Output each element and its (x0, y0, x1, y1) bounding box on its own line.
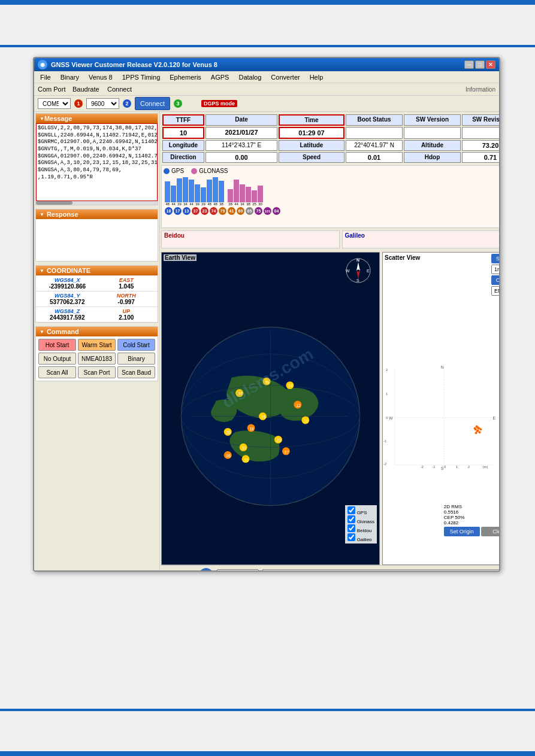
binary-button[interactable]: Binary (117, 353, 155, 365)
sat-num-69: 69 (237, 207, 244, 215)
beidou-check-label2: Beldou (357, 528, 372, 533)
app-icon: ◉ (38, 60, 47, 69)
info-grid-row4: Direction 0.00 Speed 0.01 Hdop 0.71 (161, 152, 500, 164)
coord-arrow-icon: ▼ (40, 268, 44, 274)
views-row: Earth View (161, 252, 500, 565)
scatter-dot-5 (474, 428, 477, 430)
signal-bar-10 (219, 181, 224, 202)
command-arrow-icon: ▼ (40, 329, 44, 335)
bar-group-9: 48 (213, 177, 218, 206)
coor-button[interactable]: COOR. (491, 275, 500, 285)
scatter-north-label: N (441, 365, 444, 369)
glonass-check-label: Glonass (357, 519, 374, 524)
toolbar-row2: COM5 1 9600 2 Connect 3 DGPS mode (34, 96, 499, 112)
wgs84-x-item: WGS84_X -2399120.866 (38, 277, 97, 290)
boot-status-value-cell (346, 127, 403, 139)
compass-w: W (346, 269, 350, 273)
north-value: -0.997 (118, 299, 135, 305)
signal-bar-2 (171, 186, 176, 202)
message-content: $GLGSV,2,2,08,79,73,174,38,80,17,202,39,… (36, 123, 158, 201)
baudrate-select[interactable]: 9600 (86, 98, 119, 109)
scatter-unit: (m) (483, 465, 488, 469)
time-value-cell: 01:29 07 (279, 127, 344, 139)
bar-label-13: 34 (240, 202, 244, 206)
sat-label-6: 18 (249, 427, 254, 431)
longitude-value-cell: 114°2'43.17" E (205, 140, 277, 151)
gps-legend-label: GPS (171, 168, 184, 174)
menu-venus8[interactable]: Venus 8 (85, 73, 116, 81)
menu-datalog[interactable]: Datalog (235, 73, 265, 81)
scatter-dot-8 (480, 428, 482, 430)
menu-converter[interactable]: Converter (267, 73, 303, 81)
message-scrollbar-thumb[interactable] (36, 201, 72, 205)
sat-label-2: 24 (288, 384, 293, 388)
no-output-button[interactable]: No Output (38, 353, 76, 365)
coord-row-1: WGS84_X -2399120.866 EAST 1.045 (36, 275, 158, 291)
coor-select[interactable]: ENU (491, 286, 500, 296)
dgps-badge: DGPS mode (201, 100, 237, 107)
scatter-ym2: -2 (383, 462, 386, 466)
scale-button[interactable]: SCALE (491, 254, 500, 263)
menu-binary[interactable]: Binary (57, 73, 83, 81)
menu-agps[interactable]: AGPS (207, 73, 233, 81)
sat-label-1: 69 (265, 380, 270, 384)
scatter-xm2: -2 (420, 465, 423, 469)
gps-checkbox[interactable] (347, 506, 355, 514)
scan-port-button[interactable]: Scan Port (78, 366, 116, 378)
date-value-cell: 2021/01/27 (205, 127, 277, 139)
bar-label-2: 44 (171, 202, 176, 206)
up-item: UP 2.100 (97, 308, 156, 321)
latitude-label-cell: Latitude (279, 140, 344, 151)
coordinate-section: ▼ COORDINATE WGS84_X -2399120.866 EAST 1… (35, 265, 158, 323)
menu-help[interactable]: Help (306, 73, 327, 81)
minimize-button[interactable]: ─ (464, 60, 474, 69)
cold-start-button[interactable]: Cold Start (117, 339, 155, 351)
maximize-button[interactable]: □ (475, 60, 485, 69)
galileo-checkbox[interactable] (347, 533, 355, 541)
menu-ephemeris[interactable]: Ephemeris (166, 73, 205, 81)
message-scrollbar[interactable] (36, 201, 158, 205)
message-line-5: $GNGGA,012907.00,2240.69942,N,11402.7194… (38, 153, 156, 160)
command-header: ▼ Command (36, 327, 158, 336)
coord-row-2: WGS84_Y 5377062.372 NORTH -0.997 (36, 291, 158, 306)
sat-num-79: 79 (219, 207, 226, 215)
earth-view: Earth View (161, 252, 380, 565)
bar-group-5: 44 (189, 180, 194, 206)
scan-all-button[interactable]: Scan All (38, 366, 76, 378)
com-port-select[interactable]: COM5 (38, 98, 71, 109)
glonass-dot-icon (191, 168, 197, 174)
beidou-label: Beidou (164, 232, 185, 239)
scale-select[interactable]: 1m (491, 265, 500, 274)
east-label: EAST (119, 277, 134, 283)
wgs84-z-value: 2443917.592 (50, 314, 84, 321)
bar-group-8: 48 (207, 180, 212, 206)
bar-label-9: 48 (213, 202, 217, 206)
glonass-checkbox[interactable] (347, 515, 355, 523)
menu-file[interactable]: File (37, 73, 55, 81)
sat-label-11: 09 (226, 430, 231, 435)
download-path-input[interactable] (262, 569, 500, 572)
longitude-label-cell: Longitude (162, 140, 204, 151)
signal-bar-15 (252, 190, 257, 202)
bar-label-3: 29 (177, 202, 182, 206)
clear-button[interactable]: Clear (481, 527, 500, 536)
north-label: NORTH (117, 293, 136, 299)
beidou-checkbox[interactable] (347, 524, 355, 532)
connect-button[interactable]: Connect (135, 97, 170, 110)
nmea-button[interactable]: NMEA0183 (78, 353, 116, 365)
badge-1: 1 (74, 99, 83, 108)
scatter-label: Scatter View (385, 254, 420, 261)
title-bar: ◉ GNSS Viewer Customer Release V2.0.120 … (34, 58, 499, 71)
scan-baud-button[interactable]: Scan Baud (117, 366, 155, 378)
close-button[interactable]: ✕ (486, 60, 495, 69)
set-origin-button[interactable]: Set Origin (444, 527, 480, 536)
download-speed-select[interactable]: 460800 (217, 569, 259, 572)
scatter-south-label: S (441, 466, 444, 470)
menu-1pps[interactable]: 1PPS Timing (119, 73, 164, 81)
speed-label-cell: Speed (279, 152, 344, 163)
compass-needle-n (356, 262, 360, 271)
download-icon: ⬇ (199, 568, 213, 572)
warm-start-button[interactable]: Warm Start (78, 339, 116, 351)
hot-start-button[interactable]: Hot Start (38, 339, 76, 351)
message-line-6: $GNGSA,A,3,10,20,23,12,15,18,32,25,31,24… (38, 160, 156, 167)
